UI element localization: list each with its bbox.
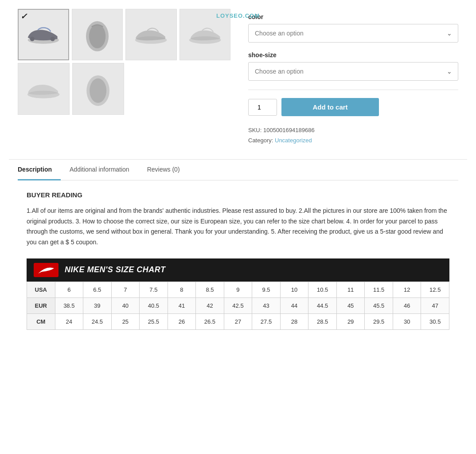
sku-label: SKU: [248,127,261,133]
size-row-label: USA [27,282,55,297]
size-cell: 7.5 [140,282,168,297]
size-cell: 29.5 [365,313,393,329]
size-row-label: EUR [27,297,55,313]
buyer-reading-title: BUYER READING [27,191,449,199]
gallery-thumb-5[interactable] [18,63,70,115]
gallery-thumb-2[interactable] [72,9,123,60]
size-cell: 27.5 [252,313,281,329]
shoe-image-5 [24,70,62,108]
size-cell: 39 [83,297,112,313]
size-cell: 30.5 [421,313,449,329]
tab-reviews[interactable]: Reviews (0) [147,160,189,180]
size-table: USA66.577.588.599.51010.51111.51212.5EUR… [27,282,449,330]
shoe-image-4 [186,16,224,53]
buyer-reading-text: 1.All of our items are original and from… [27,206,449,248]
gallery-thumb-1[interactable]: ✓ [18,9,69,60]
add-to-cart-button[interactable]: Add to cart [281,98,379,116]
shoe-size-select[interactable]: Choose an option [248,62,458,81]
color-select[interactable]: Choose an option [248,24,458,43]
tab-additional-info[interactable]: Additional information [70,160,138,180]
size-cell: 28.5 [308,313,337,329]
shoe-image-3 [132,16,170,53]
size-cell: 26 [168,313,196,329]
size-chart-header: NIKE MEN'S SIZE CHART [27,258,449,282]
product-options: color Choose an option ⌄ shoe-size Choos… [248,9,458,146]
size-cell: 24 [55,313,83,329]
size-cell: 8.5 [196,282,224,297]
size-chart: NIKE MEN'S SIZE CHART USA66.577.588.599.… [27,258,449,330]
size-cell: 29 [336,313,365,329]
tabs-section: Description Additional information Revie… [9,159,467,343]
product-meta: SKU: 1005001694189686 Category: Uncatego… [248,125,458,146]
size-cell: 6 [55,282,83,297]
gallery-thumb-3[interactable] [125,9,177,60]
quantity-input[interactable] [248,99,277,116]
size-cell: 41 [168,297,196,313]
svg-point-1 [30,37,35,41]
tabs-nav: Description Additional information Revie… [18,160,458,180]
size-cell: 11.5 [365,282,393,297]
size-cell: 11 [336,282,365,297]
tab-description[interactable]: Description [18,160,61,180]
shoe-image-6 [79,70,117,108]
size-cell: 40 [111,297,140,313]
size-cell: 30 [393,313,421,329]
size-cell: 6.5 [83,282,112,297]
size-cell: 42.5 [224,297,252,313]
divider [248,90,458,90]
shoe-image-1 [25,16,62,53]
size-cell: 44.5 [308,297,337,313]
size-cell: 10.5 [308,282,337,297]
size-cell: 38.5 [55,297,83,313]
cart-row: Add to cart [248,98,458,116]
size-cell: 45.5 [365,297,393,313]
tab-content-description: BUYER READING 1.All of our items are ori… [18,180,458,343]
size-cell: 43 [252,297,281,313]
size-cell: 45 [336,297,365,313]
size-cell: 40.5 [140,297,168,313]
shoe-size-select-wrapper: Choose an option ⌄ [248,62,458,81]
category-label: Category: [248,137,273,144]
size-cell: 10 [280,282,308,297]
size-cell: 25 [111,313,140,329]
size-cell: 9.5 [252,282,281,297]
color-select-wrapper: Choose an option ⌄ [248,24,458,43]
size-cell: 28 [280,313,308,329]
nike-logo [34,263,59,277]
size-cell: 46 [393,297,421,313]
svg-point-4 [89,24,105,48]
gallery-thumb-4[interactable] [179,9,231,60]
shoe-image-2 [78,16,116,53]
svg-point-2 [51,37,55,41]
size-cell: 24.5 [83,313,112,329]
size-cell: 8 [168,282,196,297]
shoe-size-label: shoe-size [248,51,458,59]
size-cell: 47 [421,297,449,313]
size-row-label: CM [27,313,55,329]
color-label: color [248,13,458,20]
size-cell: 26.5 [196,313,224,329]
svg-point-9 [90,78,107,103]
size-cell: 44 [280,297,308,313]
gallery-thumb-6[interactable] [72,63,124,115]
size-cell: 12 [393,282,421,297]
size-cell: 25.5 [140,313,168,329]
size-cell: 27 [224,313,252,329]
size-chart-title: NIKE MEN'S SIZE CHART [65,265,165,274]
nike-swoosh-logo [37,265,55,275]
category-link[interactable]: Uncategorized [275,137,312,144]
sku-value: 1005001694189686 [263,127,315,133]
size-cell: 42 [196,297,224,313]
product-gallery: ✓ [18,9,230,146]
size-cell: 7 [111,282,140,297]
size-cell: 9 [224,282,252,297]
size-cell: 12.5 [421,282,449,297]
